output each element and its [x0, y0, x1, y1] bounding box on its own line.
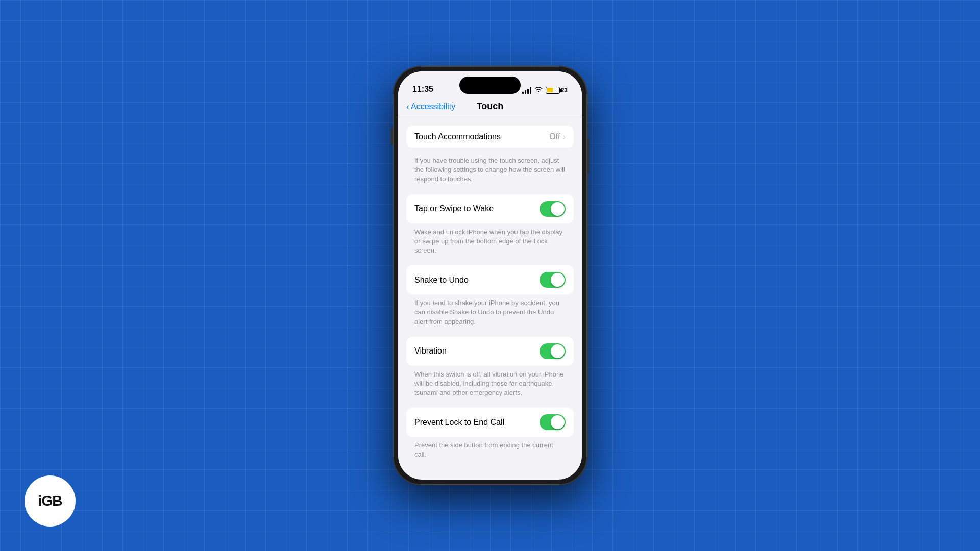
wifi-icon	[534, 86, 543, 94]
vibration-card: Vibration	[406, 337, 574, 366]
status-icons: 23	[522, 86, 568, 94]
tap-or-swipe-desc: Wake and unlock iPhone when you tap the …	[406, 223, 574, 262]
battery-percent: 23	[561, 87, 568, 94]
nav-title: Touch	[477, 101, 504, 112]
tap-or-swipe-row: Tap or Swipe to Wake	[406, 194, 574, 223]
phone-outer: 11:35	[393, 66, 587, 485]
touch-accommodations-value: Off	[549, 132, 560, 141]
dynamic-island	[459, 77, 521, 94]
prevent-lock-card: Prevent Lock to End Call	[406, 408, 574, 437]
shake-to-undo-card: Shake to Undo	[406, 265, 574, 294]
shake-to-undo-toggle[interactable]	[540, 272, 566, 288]
touch-accommodations-desc: If you have trouble using the touch scre…	[406, 152, 574, 190]
prevent-lock-row: Prevent Lock to End Call	[406, 408, 574, 437]
nav-bar: ‹ Accessibility Touch	[398, 97, 582, 117]
shake-to-undo-desc: If you tend to shake your iPhone by acci…	[406, 294, 574, 333]
touch-accommodations-value-group: Off ›	[549, 132, 566, 141]
phone-frame: 11:35	[393, 66, 587, 485]
battery-icon: 23	[546, 87, 568, 94]
tap-or-swipe-card: Tap or Swipe to Wake	[406, 194, 574, 223]
status-time: 11:35	[412, 85, 433, 94]
shake-to-undo-row: Shake to Undo	[406, 265, 574, 294]
igb-logo: iGB	[24, 475, 76, 527]
vibration-row: Vibration	[406, 337, 574, 366]
status-bar: 11:35	[398, 71, 582, 97]
phone-inner: 11:35	[398, 71, 582, 480]
settings-content[interactable]: Touch Accommodations Off › If you have t…	[398, 117, 582, 480]
prevent-lock-toggle[interactable]	[540, 414, 566, 430]
prevent-lock-desc: Prevent the side button from ending the …	[406, 437, 574, 465]
prevent-lock-toggle-thumb	[551, 415, 565, 429]
tap-or-swipe-toggle-thumb	[551, 202, 565, 216]
shake-to-undo-label: Shake to Undo	[414, 276, 469, 285]
vibration-toggle-thumb	[551, 344, 565, 358]
back-chevron-icon: ‹	[406, 102, 409, 111]
touch-accommodations-label: Touch Accommodations	[414, 132, 501, 141]
touch-accommodations-card: Touch Accommodations Off ›	[406, 126, 574, 148]
vibration-label: Vibration	[414, 346, 447, 356]
tap-or-swipe-label: Tap or Swipe to Wake	[414, 204, 494, 213]
shake-to-undo-toggle-thumb	[551, 273, 565, 287]
touch-accommodations-row[interactable]: Touch Accommodations Off ›	[406, 126, 574, 148]
back-label: Accessibility	[411, 102, 455, 111]
tap-or-swipe-toggle[interactable]	[540, 201, 566, 217]
prevent-lock-label: Prevent Lock to End Call	[414, 418, 504, 427]
vibration-toggle[interactable]	[540, 343, 566, 359]
signal-icon	[522, 87, 531, 94]
vibration-desc: When this switch is off, all vibration o…	[406, 366, 574, 404]
back-button[interactable]: ‹ Accessibility	[406, 102, 455, 111]
chevron-right-icon: ›	[563, 133, 566, 141]
